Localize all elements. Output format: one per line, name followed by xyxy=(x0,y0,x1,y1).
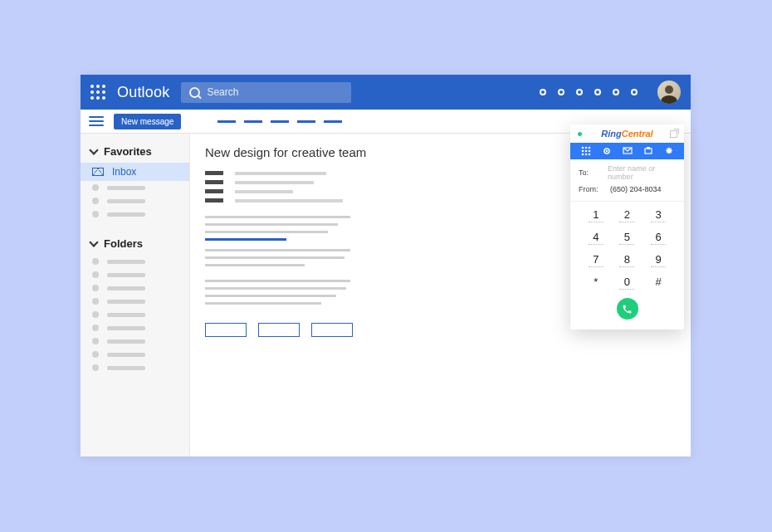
sidebar: Favorites Inbox Folders xyxy=(81,134,190,456)
svg-point-2 xyxy=(588,147,590,149)
app-launcher-icon[interactable] xyxy=(90,85,105,100)
ringcentral-widget: RingCentral To: Enter name or number Fro… xyxy=(570,124,684,329)
rc-key-hash[interactable]: # xyxy=(651,276,666,290)
rc-header: RingCentral xyxy=(570,124,684,143)
favorites-label: Favorites xyxy=(104,145,152,158)
rc-tabs xyxy=(570,143,684,159)
svg-point-7 xyxy=(584,154,587,156)
svg-point-4 xyxy=(584,150,587,153)
svg-point-1 xyxy=(584,147,587,149)
rc-to-label: To: xyxy=(579,168,603,177)
rc-key-3[interactable]: 3 xyxy=(651,208,666,222)
forward-button[interactable] xyxy=(311,323,353,337)
rc-brand: RingCentral xyxy=(601,129,652,139)
rc-call-button[interactable] xyxy=(617,298,638,320)
rc-from-label: From: xyxy=(579,185,605,193)
rc-key-7[interactable]: 7 xyxy=(589,253,603,267)
reply-all-button[interactable] xyxy=(258,323,300,337)
topbar-action-3[interactable] xyxy=(576,89,583,95)
rc-fields: To: Enter name or number From: (650) 204… xyxy=(570,159,684,202)
sidebar-item[interactable] xyxy=(81,281,189,295)
topbar-action-4[interactable] xyxy=(594,89,601,95)
rc-tab-dialpad[interactable] xyxy=(581,146,591,156)
rc-from-row[interactable]: From: (650) 204-8034 xyxy=(579,185,676,193)
mail-icon xyxy=(92,168,104,176)
cmd-placeholder[interactable] xyxy=(244,120,262,123)
topbar-action-6[interactable] xyxy=(631,89,638,95)
sidebar-item[interactable] xyxy=(81,181,189,194)
svg-point-10 xyxy=(605,150,607,152)
cmd-placeholder[interactable] xyxy=(271,120,289,123)
folders-label: Folders xyxy=(104,237,143,250)
rc-key-5[interactable]: 5 xyxy=(619,231,634,245)
sidebar-item[interactable] xyxy=(81,255,189,268)
sidebar-item[interactable] xyxy=(81,295,189,308)
topbar-action-2[interactable] xyxy=(558,89,564,95)
inbox-label: Inbox xyxy=(112,166,136,178)
topbar-actions xyxy=(540,89,638,95)
svg-point-6 xyxy=(581,154,584,156)
rc-from-value: (650) 204-8034 xyxy=(610,185,662,193)
rc-key-9[interactable]: 9 xyxy=(651,253,666,267)
sidebar-item[interactable] xyxy=(81,348,189,361)
sidebar-section-favorites[interactable]: Favorites xyxy=(81,140,189,163)
command-placeholders xyxy=(217,120,342,123)
search-placeholder: Search xyxy=(207,86,238,98)
avatar[interactable] xyxy=(657,81,681,104)
sidebar-item[interactable] xyxy=(81,268,189,281)
new-message-button[interactable]: New message xyxy=(114,114,181,129)
rc-key-0[interactable]: 0 xyxy=(619,276,634,290)
rc-to-placeholder: Enter name or number xyxy=(608,164,676,181)
message-link[interactable] xyxy=(205,238,286,241)
topbar: Outlook Search xyxy=(81,75,691,110)
rc-tab-settings[interactable] xyxy=(602,146,612,156)
phone-icon xyxy=(622,304,633,315)
rc-key-2[interactable]: 2 xyxy=(619,208,634,222)
svg-point-0 xyxy=(581,147,584,149)
sidebar-item[interactable] xyxy=(81,321,189,334)
rc-key-1[interactable]: 1 xyxy=(589,208,603,222)
rc-tab-gear[interactable] xyxy=(664,146,674,156)
sidebar-section-folders[interactable]: Folders xyxy=(81,232,189,255)
rc-tab-messages[interactable] xyxy=(623,146,633,156)
sidebar-item[interactable] xyxy=(81,207,189,221)
sidebar-item[interactable] xyxy=(81,361,189,374)
rc-tab-fax[interactable] xyxy=(643,146,653,156)
rc-dialpad: 1 2 3 4 5 6 7 8 9 * 0 # xyxy=(570,202,684,329)
rc-key-star[interactable]: * xyxy=(589,276,603,290)
cmd-placeholder[interactable] xyxy=(217,120,236,123)
sidebar-item-inbox[interactable]: Inbox xyxy=(81,163,189,181)
popout-icon[interactable] xyxy=(670,130,677,138)
svg-point-8 xyxy=(588,154,590,156)
rc-to-row[interactable]: To: Enter name or number xyxy=(579,164,676,181)
sidebar-item[interactable] xyxy=(81,308,189,321)
search-box[interactable]: Search xyxy=(181,82,351,103)
topbar-action-1[interactable] xyxy=(540,89,546,95)
sidebar-item[interactable] xyxy=(81,194,189,207)
rc-key-8[interactable]: 8 xyxy=(619,253,634,267)
cmd-placeholder[interactable] xyxy=(324,120,342,123)
hamburger-icon[interactable] xyxy=(89,116,104,126)
cmd-placeholder[interactable] xyxy=(297,120,315,123)
svg-point-5 xyxy=(588,150,590,153)
sidebar-item[interactable] xyxy=(81,334,189,348)
topbar-action-5[interactable] xyxy=(613,89,619,95)
svg-rect-13 xyxy=(647,147,650,149)
rc-key-6[interactable]: 6 xyxy=(651,231,666,245)
svg-point-3 xyxy=(581,150,584,153)
presence-dot-icon xyxy=(578,132,582,136)
chevron-down-icon xyxy=(89,237,98,246)
chevron-down-icon xyxy=(89,145,98,154)
reply-button[interactable] xyxy=(205,323,247,337)
rc-key-4[interactable]: 4 xyxy=(589,231,603,245)
brand-label: Outlook xyxy=(117,84,169,101)
search-icon xyxy=(189,87,200,98)
